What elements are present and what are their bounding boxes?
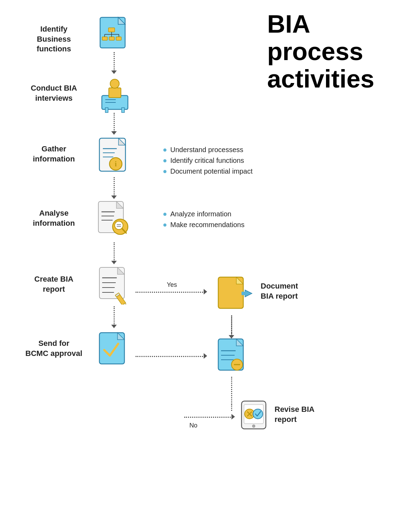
title-line3: activities xyxy=(267,65,374,93)
connector-docbia-review xyxy=(231,315,232,336)
gather-bullets: Understand processess Identify critical … xyxy=(163,146,253,178)
step-label-analyse: Analyseinformation xyxy=(21,208,87,228)
h-connector-send xyxy=(136,356,205,357)
svg-rect-5 xyxy=(109,37,114,40)
icon-analyse xyxy=(97,200,135,240)
arrow-yes xyxy=(204,289,207,294)
step-label-conduct: Conduct BIAinterviews xyxy=(21,83,87,103)
arrow-no xyxy=(231,414,235,419)
connector-1-2 xyxy=(114,52,115,71)
gather-bullet-3: Document potential impact xyxy=(163,167,253,175)
main-title: BIA process activities xyxy=(267,10,374,93)
yes-label: Yes xyxy=(167,281,177,289)
icon-conduct xyxy=(97,75,133,113)
arrow-send-right xyxy=(204,353,207,359)
icon-revise xyxy=(236,398,271,432)
icon-send xyxy=(97,330,133,370)
arrow-docbia-review xyxy=(229,335,234,339)
h-connector-no xyxy=(184,417,233,418)
title-line2: process xyxy=(267,38,363,65)
connector-2-3 xyxy=(114,113,115,132)
arrow-3-4 xyxy=(111,196,117,199)
icon-create xyxy=(97,265,133,305)
analyse-bullet-1: Analyze information xyxy=(163,210,244,218)
arrow-2-3 xyxy=(111,131,117,135)
svg-rect-13 xyxy=(105,108,108,113)
svg-text:i: i xyxy=(115,160,117,168)
h-connector-yes xyxy=(136,292,205,293)
svg-point-65 xyxy=(252,425,255,427)
svg-rect-3 xyxy=(108,28,115,32)
arrow-4-5 xyxy=(111,261,117,264)
svg-point-16 xyxy=(110,79,119,88)
label-revise-bia: Revise BIAreport xyxy=(275,405,344,424)
page-container: BIA process activities IdentifyBusiness … xyxy=(0,0,416,532)
step-label-gather: Gatherinformation xyxy=(21,144,87,164)
svg-rect-14 xyxy=(122,108,124,113)
label-document-bia: DocumentBIA report xyxy=(261,281,330,301)
icon-document-bia xyxy=(215,274,254,314)
svg-rect-6 xyxy=(116,37,121,40)
step-label-create: Create BIAreport xyxy=(21,274,87,294)
connector-5-6 xyxy=(114,306,115,325)
no-label: No xyxy=(189,422,197,429)
gather-bullet-1: Understand processess xyxy=(163,146,253,154)
arrow-5-6 xyxy=(111,325,117,328)
icon-review xyxy=(215,336,250,376)
connector-review-down xyxy=(231,377,232,405)
analyse-bullets: Analyze information Make recommendations xyxy=(163,210,244,232)
svg-rect-15 xyxy=(109,88,121,98)
connector-no-down xyxy=(231,404,232,411)
svg-rect-4 xyxy=(102,37,107,40)
step-label-identify: IdentifyBusiness functions xyxy=(21,24,87,54)
analyse-bullet-2: Make recommendations xyxy=(163,221,244,229)
connector-4-5 xyxy=(114,242,115,261)
svg-rect-49 xyxy=(242,292,248,295)
connector-3-4 xyxy=(114,177,115,196)
title-line1: BIA xyxy=(267,10,310,38)
icon-gather: i xyxy=(97,135,133,175)
arrow-1-2 xyxy=(111,70,117,74)
svg-point-64 xyxy=(253,409,263,419)
gather-bullet-2: Identify critical functions xyxy=(163,157,253,165)
icon-identify xyxy=(97,14,132,52)
step-label-send: Send forBCMC approval xyxy=(21,339,87,358)
